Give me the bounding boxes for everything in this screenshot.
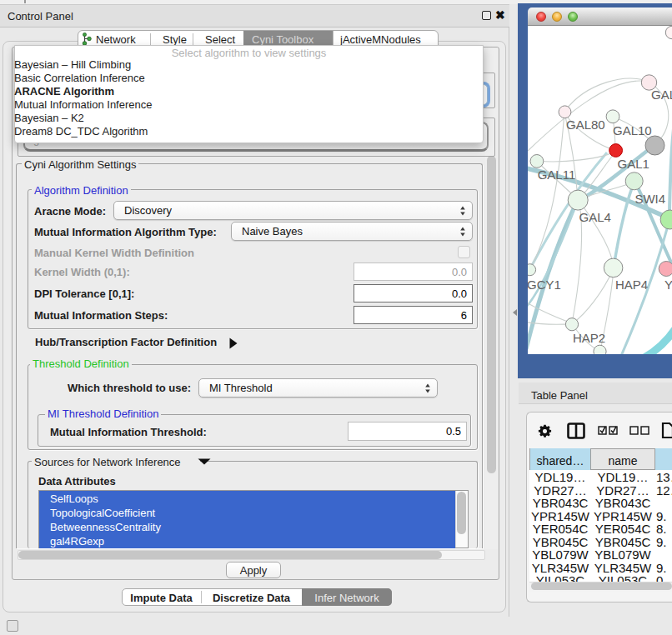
svg-text:GAL11: GAL11 bbox=[538, 168, 576, 182]
svg-text:GAL7: GAL7 bbox=[651, 88, 672, 102]
svg-text:GAL4: GAL4 bbox=[579, 210, 611, 224]
svg-text:GCY1: GCY1 bbox=[528, 278, 561, 292]
svg-text:HAP4: HAP4 bbox=[615, 278, 648, 292]
svg-text:GAL10: GAL10 bbox=[613, 123, 652, 138]
svg-text:GAL80: GAL80 bbox=[566, 118, 605, 132]
svg-text:GAL1: GAL1 bbox=[618, 157, 649, 171]
svg-text:Y: Y bbox=[664, 278, 672, 292]
svg-text:SWI4: SWI4 bbox=[634, 192, 665, 206]
svg-text:HAP2: HAP2 bbox=[573, 331, 605, 345]
